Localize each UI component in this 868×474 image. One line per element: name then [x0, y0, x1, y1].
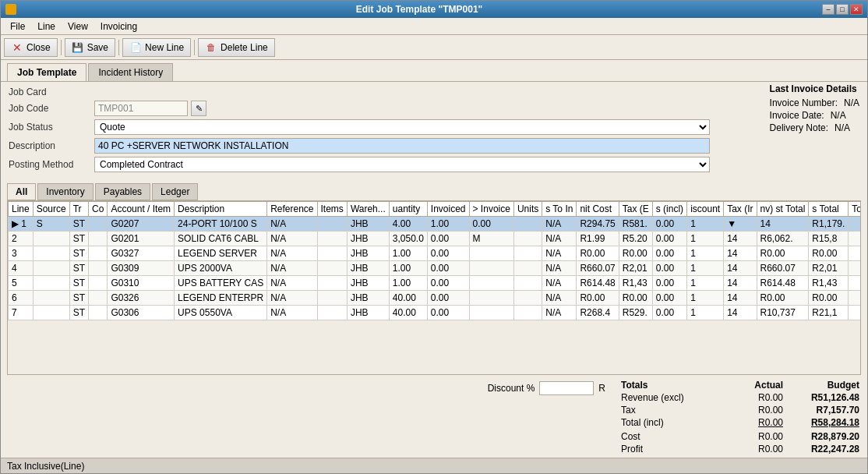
menu-bar: File Line View Invoicing — [1, 18, 867, 35]
filter-tab-ledger[interactable]: Ledger — [152, 183, 198, 200]
total-incl-row: Total (incl) R0.00 R58,284.18 — [621, 417, 859, 428]
table-cell — [469, 246, 513, 261]
table-cell: G0207 — [108, 217, 175, 232]
filter-tab-payables[interactable]: Payables — [95, 183, 150, 200]
table-cell: SOLID CAT6 CABL — [175, 232, 267, 246]
table-row[interactable]: ▶ 1SSTG020724-PORT 10/100 SN/AJHB4.001.0… — [9, 217, 862, 232]
main-tabs: Job Template Incident History — [1, 60, 867, 82]
table-cell: G0327 — [108, 246, 175, 261]
total-actual: R0.00 — [721, 417, 783, 428]
table-cell: R0.00 — [577, 246, 619, 261]
posting-method-select[interactable]: Completed Contract — [94, 157, 710, 172]
table-cell: N/A — [267, 291, 317, 306]
table-cell: G0326 — [108, 291, 175, 306]
table-cell — [89, 261, 108, 276]
menu-view[interactable]: View — [62, 19, 94, 34]
table-cell: R1.99 — [577, 232, 619, 246]
table-cell: 0.00 — [427, 261, 469, 276]
close-button[interactable]: ✕ Close — [4, 38, 58, 57]
discount-label: Discount % — [488, 383, 535, 394]
table-cell: 40.00 — [389, 291, 427, 306]
invoice-date-value: N/A — [831, 110, 846, 121]
col-invoice: > Invoice — [469, 202, 513, 217]
table-cell: 0.00 — [427, 232, 469, 246]
table-cell: ST — [69, 246, 88, 261]
table-cell: N/A — [542, 246, 577, 261]
col-desc: Description — [175, 202, 267, 217]
table-cell: 14 — [724, 246, 757, 261]
table-cell — [89, 217, 108, 232]
table-cell: R581. — [619, 217, 652, 232]
job-code-edit-icon[interactable]: ✎ — [191, 101, 206, 116]
job-code-input[interactable] — [94, 101, 188, 116]
filter-tab-inventory[interactable]: Inventory — [37, 183, 93, 200]
table-row[interactable]: 3STG0327LEGEND SERVERN/AJHB1.000.00N/AR0… — [9, 246, 862, 261]
profit-budget: R22,247.28 — [789, 444, 859, 455]
table-cell: 0.00 — [427, 291, 469, 306]
last-invoice-title: Last Invoice Details — [770, 83, 859, 94]
posting-method-label: Posting Method — [9, 159, 94, 170]
window-title: Edit Job Template "TMP001" — [16, 4, 822, 15]
line-items-table-container[interactable]: Line Source Tr Co Account / Item Descrip… — [7, 200, 861, 375]
table-cell — [513, 276, 542, 291]
line-items-table: Line Source Tr Co Account / Item Descrip… — [8, 201, 861, 320]
delete-line-button[interactable]: 🗑 Delete Line — [198, 38, 275, 57]
tax-actual: R0.00 — [721, 405, 783, 416]
table-cell: R268.4 — [577, 306, 619, 320]
tab-job-template[interactable]: Job Template — [7, 63, 86, 81]
table-cell: 0.00 — [427, 246, 469, 261]
table-cell — [469, 276, 513, 291]
table-cell: 14 — [724, 291, 757, 306]
save-icon: 💾 — [72, 41, 84, 54]
table-cell — [33, 246, 69, 261]
table-cell: 3 — [9, 246, 34, 261]
menu-invoicing[interactable]: Invoicing — [94, 19, 143, 34]
discount-input[interactable] — [539, 381, 594, 395]
table-cell: 14 — [724, 276, 757, 291]
table-cell: R294.75 — [577, 217, 619, 232]
table-cell: N/A — [542, 306, 577, 320]
table-cell — [89, 291, 108, 306]
toolbar-separator-3 — [194, 40, 195, 55]
menu-line[interactable]: Line — [31, 19, 62, 34]
job-status-select[interactable]: Quote — [94, 119, 710, 135]
col-qty: uantity — [389, 202, 427, 217]
description-input[interactable] — [94, 138, 710, 154]
window-close-button[interactable]: ✕ — [850, 4, 863, 15]
status-text: Tax Inclusive(Line) — [7, 461, 84, 472]
table-row[interactable]: 5STG0310UPS BATTERY CASN/AJHB1.000.00N/A… — [9, 276, 862, 291]
col-unit-cost: nit Cost — [577, 202, 619, 217]
table-header-row: Line Source Tr Co Account / Item Descrip… — [9, 202, 862, 217]
col-ref: Reference — [267, 202, 317, 217]
menu-file[interactable]: File — [4, 19, 31, 34]
profit-actual: R0.00 — [721, 444, 783, 455]
table-cell: R15,8 — [809, 232, 849, 246]
maximize-button[interactable]: □ — [836, 4, 849, 15]
table-cell: UPS BATTERY CAS — [175, 276, 267, 291]
posting-method-row: Posting Method Completed Contract — [9, 157, 859, 172]
table-cell: JHB — [347, 232, 389, 246]
filter-tab-all[interactable]: All — [7, 183, 36, 200]
table-row[interactable]: 4STG0309UPS 2000VAN/AJHB1.000.00N/AR660.… — [9, 261, 862, 276]
invoice-number-row: Invoice Number: N/A — [770, 97, 859, 108]
table-row[interactable]: 2STG0201SOLID CAT6 CABLN/AJHB3,050.00.00… — [9, 232, 862, 246]
table-cell — [849, 276, 861, 291]
save-button[interactable]: 💾 Save — [65, 38, 115, 57]
totals-main-label: Totals — [621, 380, 715, 391]
table-cell: R0.00 — [577, 291, 619, 306]
table-row[interactable]: 6STG0326LEGEND ENTERPRN/AJHB40.000.00N/A… — [9, 291, 862, 306]
tab-incident-history[interactable]: Incident History — [88, 63, 173, 81]
col-tax-inv: Tax (Ir — [724, 202, 757, 217]
table-cell: R0.00 — [619, 246, 652, 261]
table-cell — [317, 276, 347, 291]
minimize-button[interactable]: – — [822, 4, 834, 15]
table-cell: 5 — [9, 276, 34, 291]
new-line-button[interactable]: 📄 New Line — [122, 38, 191, 57]
table-cell: 0.00 — [469, 217, 513, 232]
table-cell: M — [469, 232, 513, 246]
table-cell: UPS 2000VA — [175, 261, 267, 276]
table-cell: 0.00 — [652, 217, 686, 232]
table-cell: ST — [69, 276, 88, 291]
table-row[interactable]: 7STG0306UPS 0550VAN/AJHB40.000.00N/AR268… — [9, 306, 862, 320]
delivery-note-value: N/A — [834, 122, 850, 133]
